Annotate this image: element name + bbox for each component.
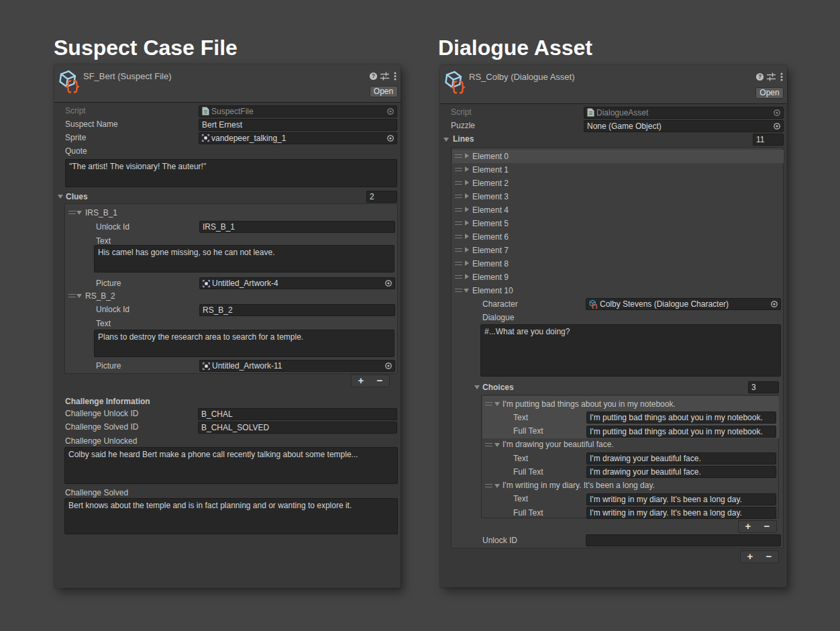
svg-text:?: ? <box>758 73 762 80</box>
sf-header: SF_Bert (Suspect File) ? Open <box>54 64 401 103</box>
choices-box: I'm putting bad things about you in my n… <box>481 395 779 518</box>
title-suspect: Suspect Case File <box>54 37 238 58</box>
choices-foldout: Choices 3 <box>452 381 783 394</box>
svg-text:?: ? <box>372 72 375 79</box>
clues-box: IRS_B_1 Unlock Id IRS_B_1 Text His camel… <box>64 203 398 374</box>
dialogue-asset-inspector: RS_Colby (Dialogue Asset) ? Open Script … <box>440 65 787 587</box>
quote-text: "The artist! The visionary! The auteur!" <box>65 159 397 187</box>
lines-foldout: Lines 11 <box>440 133 787 146</box>
suspect-file-inspector: SF_Bert (Suspect File) ? Open Script Sus… <box>54 64 401 588</box>
da-header: RS_Colby (Dialogue Asset) ? Open <box>440 65 787 104</box>
lines-box: Element 0 Element 1 Element 2 Element 3 <box>451 147 784 548</box>
unity-inspector-docs: Suspect Case File Dialogue Asset SF_Bert… <box>0 0 840 631</box>
clues-foldout: Clues 2 <box>54 190 401 203</box>
title-dialogue: Dialogue Asset <box>438 37 592 58</box>
